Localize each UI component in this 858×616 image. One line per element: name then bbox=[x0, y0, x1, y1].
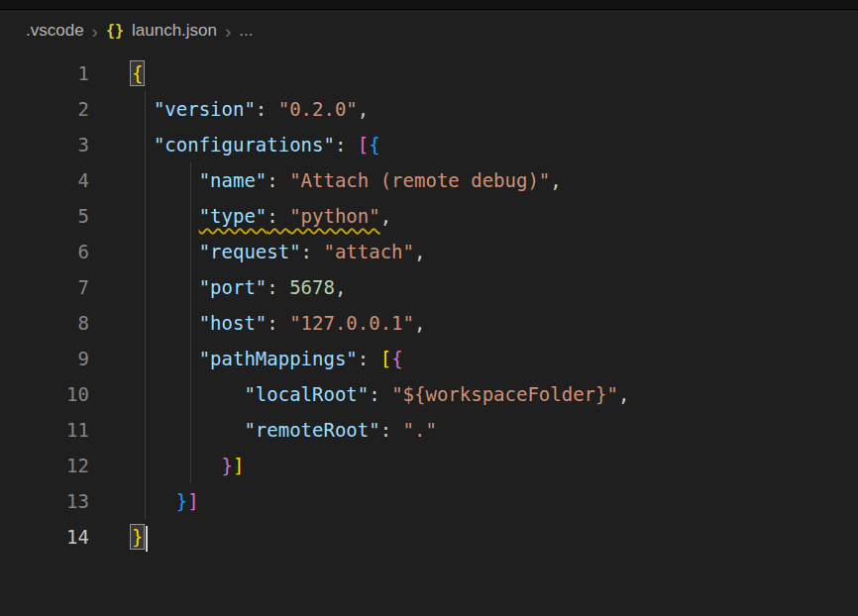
token-pun: : bbox=[369, 383, 391, 405]
token-str: "." bbox=[403, 419, 437, 441]
bracket: ] bbox=[233, 455, 244, 476]
chevron-right-icon: › bbox=[92, 22, 98, 41]
token-str: "${workspaceFolder}" bbox=[391, 383, 618, 405]
warning-squiggle: "type": "python" bbox=[199, 205, 380, 227]
token-ws bbox=[131, 419, 244, 441]
token-key: "pathMappings" bbox=[199, 348, 358, 369]
code-line-14[interactable]: } bbox=[131, 519, 629, 555]
token-ws bbox=[131, 276, 199, 298]
line-number: 4 bbox=[0, 162, 89, 198]
token-ws bbox=[131, 490, 176, 512]
code-line-7[interactable]: "port": 5678, bbox=[131, 269, 629, 305]
tab-bar-edge bbox=[0, 0, 858, 10]
token-pun: , bbox=[380, 205, 391, 227]
breadcrumb: .vscode › {} launch.json › ... bbox=[0, 10, 858, 51]
token-str: "python" bbox=[289, 205, 380, 227]
line-number: 8 bbox=[0, 305, 89, 341]
line-number: 10 bbox=[0, 376, 89, 412]
line-number: 7 bbox=[0, 269, 89, 305]
code-line-9[interactable]: "pathMappings": [{ bbox=[131, 341, 629, 376]
token-str: "attach" bbox=[323, 241, 414, 262]
line-number: 5 bbox=[0, 198, 89, 234]
token-pun: : bbox=[256, 98, 278, 120]
indent-guide bbox=[190, 162, 191, 483]
line-number: 12 bbox=[0, 448, 89, 483]
code-line-11[interactable]: "remoteRoot": "." bbox=[131, 412, 629, 448]
token-ws bbox=[131, 241, 199, 262]
line-number: 14 bbox=[0, 519, 89, 555]
token-ws bbox=[131, 205, 199, 227]
bracket: { bbox=[369, 134, 379, 155]
token-pun: , bbox=[414, 312, 425, 334]
bracket: [ bbox=[380, 348, 391, 369]
token-key: "remoteRoot" bbox=[244, 419, 379, 441]
token-pun: : bbox=[267, 169, 289, 191]
token-pun: , bbox=[414, 241, 425, 262]
token-pun: , bbox=[550, 169, 561, 191]
token-ws bbox=[131, 98, 154, 120]
bracket: } bbox=[222, 455, 233, 476]
token-ws bbox=[131, 169, 199, 191]
bracket-match: } bbox=[131, 525, 144, 549]
editor: 1234567891011121314 { "version": "0.2.0"… bbox=[0, 51, 858, 555]
code-line-10[interactable]: "localRoot": "${workspaceFolder}", bbox=[131, 376, 629, 412]
token-num: 5678 bbox=[289, 276, 335, 298]
token-str: "0.2.0" bbox=[278, 98, 358, 120]
line-number: 13 bbox=[0, 483, 89, 519]
token-str: "Attach (remote debug)" bbox=[289, 169, 550, 191]
token-key: "name" bbox=[199, 169, 268, 191]
code-line-1[interactable]: { bbox=[131, 55, 629, 91]
breadcrumb-item-vscode[interactable]: .vscode bbox=[26, 21, 84, 41]
bracket: [ bbox=[358, 134, 369, 155]
chevron-right-icon: › bbox=[225, 22, 231, 41]
token-ws bbox=[131, 312, 199, 334]
line-number: 3 bbox=[0, 127, 89, 162]
token-key: "port" bbox=[199, 276, 268, 298]
code-line-12[interactable]: }] bbox=[131, 448, 629, 483]
token-key: "version" bbox=[154, 98, 256, 120]
code-line-4[interactable]: "name": "Attach (remote debug)", bbox=[131, 162, 629, 198]
token-pun: , bbox=[358, 98, 369, 120]
text-cursor bbox=[146, 526, 148, 552]
token-key: "type" bbox=[199, 205, 268, 227]
line-number: 2 bbox=[0, 91, 89, 127]
code-line-5[interactable]: "type": "python", bbox=[131, 198, 629, 234]
token-key: "localRoot" bbox=[244, 383, 369, 405]
bracket: { bbox=[391, 348, 402, 369]
line-number: 1 bbox=[0, 55, 89, 91]
token-pun: : bbox=[267, 205, 289, 227]
line-number: 6 bbox=[0, 234, 89, 269]
code-line-6[interactable]: "request": "attach", bbox=[131, 234, 629, 269]
code-line-8[interactable]: "host": "127.0.0.1", bbox=[131, 305, 629, 341]
token-key: "request" bbox=[199, 241, 301, 262]
token-pun: : bbox=[267, 276, 289, 298]
bracket-match: { bbox=[131, 61, 144, 85]
json-braces-icon: {} bbox=[106, 22, 124, 40]
token-str: "127.0.0.1" bbox=[289, 312, 414, 334]
breadcrumb-item-symbol-picker[interactable]: ... bbox=[239, 21, 253, 41]
breadcrumb-item-launch-json[interactable]: launch.json bbox=[132, 21, 217, 41]
bracket: ] bbox=[187, 490, 198, 512]
token-ws bbox=[131, 383, 244, 405]
token-pun: , bbox=[618, 383, 629, 405]
line-number: 11 bbox=[0, 412, 89, 448]
bracket: } bbox=[176, 490, 187, 512]
token-pun: : bbox=[380, 419, 403, 441]
token-ws bbox=[131, 348, 199, 369]
indent-guide bbox=[145, 91, 146, 519]
code-line-2[interactable]: "version": "0.2.0", bbox=[131, 91, 629, 127]
token-pun: : bbox=[301, 241, 324, 262]
token-pun: : bbox=[358, 348, 380, 369]
token-key: "configurations" bbox=[154, 134, 335, 155]
token-pun: : bbox=[267, 312, 289, 334]
code-content[interactable]: { "version": "0.2.0", "configurations": … bbox=[131, 55, 629, 555]
token-pun: , bbox=[335, 276, 346, 298]
gutter[interactable]: 1234567891011121314 bbox=[0, 55, 89, 555]
token-pun: : bbox=[335, 134, 358, 155]
code-line-3[interactable]: "configurations": [{ bbox=[131, 127, 629, 162]
code-line-13[interactable]: }] bbox=[131, 483, 629, 519]
token-ws bbox=[131, 134, 154, 155]
token-key: "host" bbox=[199, 312, 268, 334]
line-number: 9 bbox=[0, 341, 89, 376]
